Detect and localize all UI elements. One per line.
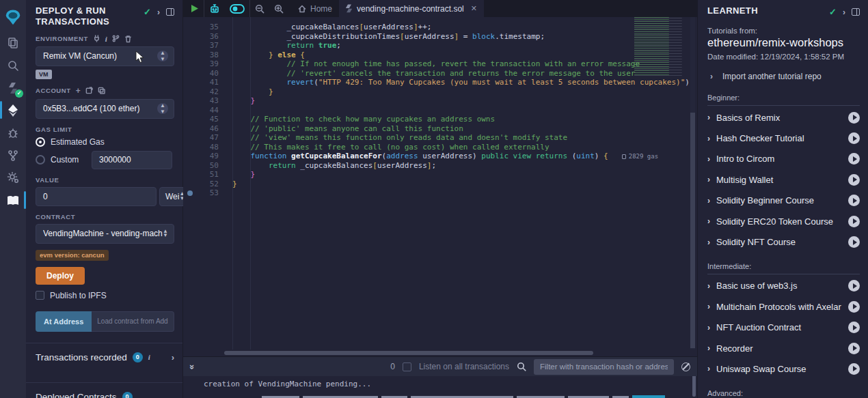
tutorial-item[interactable]: ›Solidity Beginner Course — [707, 190, 860, 211]
run-script-icon[interactable] — [186, 0, 204, 17]
breakpoint-margin[interactable] — [183, 170, 198, 180]
ai-assistant-robot-icon[interactable] — [204, 0, 225, 17]
deploy-button[interactable]: Deploy — [36, 267, 85, 285]
solidity-compiler-icon[interactable]: ✓ — [0, 76, 26, 99]
search-icon[interactable] — [0, 54, 26, 76]
tutorial-item[interactable]: ›Solidity NFT Course — [707, 231, 860, 252]
breakpoint-margin[interactable] — [183, 152, 198, 161]
breakpoint-margin[interactable] — [183, 23, 198, 32]
breakpoint-margin[interactable] — [183, 133, 198, 143]
breakpoint-margin[interactable] — [183, 124, 198, 134]
assistant-toggle-icon[interactable] — [225, 0, 249, 17]
tutorial-item[interactable]: ›Basic use of web3.js — [707, 276, 860, 296]
learneth-expand-icon[interactable]: › — [843, 8, 845, 17]
play-tutorial-button[interactable] — [848, 363, 860, 375]
zoom-out-icon[interactable] — [250, 0, 269, 17]
value-input[interactable] — [36, 187, 157, 206]
deploy-and-run-icon[interactable] — [0, 99, 26, 122]
clear-console-icon[interactable] — [681, 363, 690, 371]
terminal-output[interactable]: creation of VendingMachine pending... — [183, 376, 697, 398]
transactions-info-icon[interactable]: i — [148, 353, 150, 361]
play-tutorial-button[interactable] — [848, 174, 860, 186]
environment-info-icon[interactable]: i — [105, 35, 108, 43]
publish-ipfs-checkbox[interactable] — [36, 291, 44, 300]
breakpoint-margin[interactable] — [183, 59, 198, 69]
custom-gas-input[interactable] — [92, 151, 172, 169]
breakpoint-margin[interactable] — [183, 32, 198, 42]
play-tutorial-button[interactable] — [848, 236, 860, 248]
breakpoint-margin[interactable] — [183, 115, 198, 124]
breakpoint-margin[interactable] — [183, 106, 198, 115]
play-tutorial-button[interactable] — [848, 280, 860, 292]
copy-account-icon[interactable] — [98, 87, 105, 94]
terminal-filter-input[interactable] — [534, 359, 674, 375]
estimated-gas-radio[interactable] — [36, 137, 45, 147]
tutorial-item[interactable]: ›Recorder — [707, 338, 860, 358]
at-address-input[interactable] — [92, 311, 174, 332]
terminal-search-icon[interactable] — [517, 362, 526, 371]
tutorial-item[interactable]: ›Multisig Wallet — [707, 169, 860, 190]
tutorial-item[interactable]: ›Solidity ERC20 Token Course — [707, 211, 860, 231]
breakpoint-margin[interactable] — [183, 87, 198, 97]
environment-select[interactable]: Remix VM (Cancun) ▲▼ — [36, 46, 174, 66]
play-tutorial-button[interactable] — [848, 343, 860, 354]
plug-icon[interactable] — [93, 35, 100, 42]
breakpoint-margin[interactable] — [183, 51, 198, 60]
breakpoint-margin[interactable] — [183, 143, 198, 152]
delete-environment-icon[interactable] — [124, 35, 132, 43]
transactions-recorded-row[interactable]: Transactions recorded 0 i › — [36, 343, 174, 371]
editor-vertical-scrollbar[interactable] — [690, 17, 695, 350]
play-tutorial-button[interactable] — [848, 216, 860, 227]
at-address-button[interactable]: At Address — [36, 311, 92, 332]
tab-home[interactable]: Home — [291, 0, 339, 17]
panel-expand-icon[interactable]: › — [157, 8, 160, 17]
breakpoint-margin[interactable] — [183, 161, 198, 171]
debugger-icon[interactable] — [0, 122, 26, 144]
breakpoint-margin[interactable] — [183, 69, 198, 79]
learneth-pin-icon[interactable] — [852, 8, 860, 16]
play-tutorial-button[interactable] — [848, 153, 860, 165]
file-explorer-icon[interactable] — [0, 31, 26, 54]
breakpoint-margin[interactable] — [183, 180, 198, 189]
fork-environment-icon[interactable] — [112, 35, 120, 42]
play-tutorial-button[interactable] — [848, 195, 860, 206]
play-tutorial-button[interactable] — [848, 112, 860, 124]
import-tutorial-repo[interactable]: › Import another tutorial repo — [710, 72, 860, 81]
transactions-expand-icon[interactable]: › — [172, 352, 174, 363]
tutorial-item[interactable]: ›Basics of Remix — [707, 107, 860, 128]
terminal-scrollbar[interactable] — [692, 376, 696, 397]
tutorial-item[interactable]: ›Hash Checker Tutorial — [707, 128, 860, 148]
tutorial-item[interactable]: ›NFT Auction Contract — [707, 317, 860, 338]
tutorial-item[interactable]: ›Multichain Protocols with Axelar — [707, 296, 860, 317]
close-tab-icon[interactable]: ✕ — [471, 4, 477, 13]
play-tutorial-button[interactable] — [848, 322, 860, 333]
add-account-icon[interactable]: + — [76, 86, 81, 96]
deployed-contracts-row[interactable]: Deployed Contracts 0 — [36, 383, 174, 398]
learneth-icon[interactable] — [0, 189, 26, 212]
account-select[interactable]: 0x5B3...eddC4 (100 ether) ▲▼ — [36, 99, 174, 119]
breakpoint-margin[interactable] — [183, 78, 198, 87]
collapse-terminal-icon[interactable]: » — [187, 364, 198, 369]
minimap[interactable] — [632, 17, 688, 76]
panel-pin-icon[interactable] — [166, 8, 174, 16]
breakpoint-margin[interactable] — [183, 41, 198, 51]
code-editor[interactable]: 35 _cupcakeBalances[userAddress]++;36 _c… — [183, 17, 697, 350]
play-tutorial-button[interactable] — [848, 132, 860, 144]
editor-horizontal-scrollbar[interactable] — [183, 350, 697, 356]
tutorial-item[interactable]: ›Uniswap Swap Course — [707, 358, 860, 379]
tutorial-item[interactable]: ›Intro to Circom — [707, 149, 860, 169]
custom-gas-radio[interactable] — [36, 155, 45, 165]
breakpoint-margin[interactable] — [183, 188, 198, 198]
git-icon[interactable] — [0, 144, 26, 167]
zoom-in-icon[interactable] — [269, 0, 288, 17]
breakpoint-margin[interactable] — [183, 96, 198, 106]
settings-icon[interactable] — [0, 167, 26, 189]
listen-all-transactions-checkbox[interactable] — [403, 363, 411, 371]
remix-logo[interactable] — [0, 4, 26, 31]
scrollbar-thumb[interactable] — [690, 113, 695, 348]
breakpoint-dot[interactable] — [187, 190, 193, 196]
tab-vending-machine-contract[interactable]: vending-machine-contract.sol ✕ — [339, 0, 484, 17]
contract-select[interactable]: VendingMachine - vending-machin ▲▼ — [36, 224, 174, 244]
edit-account-icon[interactable] — [85, 87, 93, 94]
scrollbar-thumb[interactable] — [224, 351, 593, 355]
